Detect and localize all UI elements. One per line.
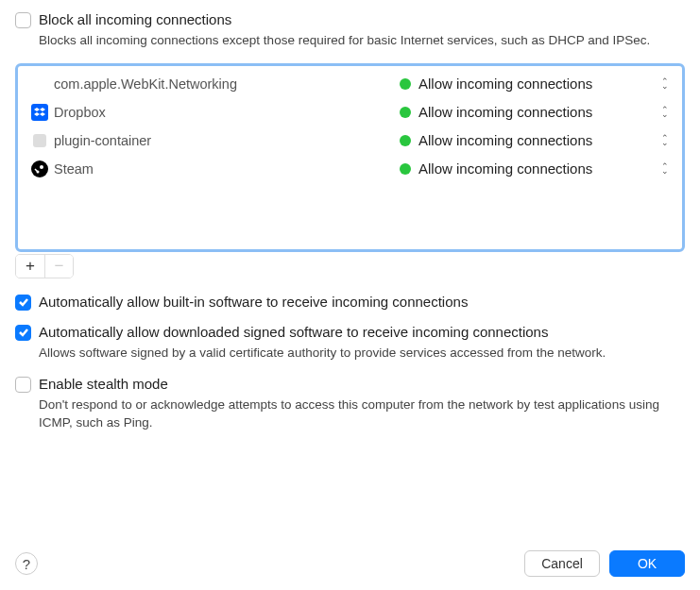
- status-cell[interactable]: Allow incoming connections ⌃⌄: [400, 104, 669, 120]
- add-button[interactable]: +: [16, 255, 44, 278]
- block-all-label: Block all incoming connections: [39, 11, 231, 27]
- app-row[interactable]: Dropbox Allow incoming connections ⌃⌄: [18, 98, 682, 126]
- status-cell[interactable]: Allow incoming connections ⌃⌄: [400, 76, 669, 92]
- block-all-checkbox[interactable]: [15, 12, 31, 28]
- app-row[interactable]: Steam Allow incoming connections ⌃⌄: [18, 155, 682, 183]
- app-name: com.apple.WebKit.Networking: [54, 76, 400, 92]
- status-text: Allow incoming connections: [418, 104, 654, 120]
- updown-icon[interactable]: ⌃⌄: [661, 108, 669, 117]
- ok-button[interactable]: OK: [609, 550, 685, 577]
- auto-signed-label: Automatically allow downloaded signed so…: [39, 324, 548, 340]
- auto-signed-checkbox[interactable]: [15, 325, 31, 341]
- app-list-container: com.apple.WebKit.Networking Allow incomi…: [15, 63, 685, 252]
- footer: ? Cancel OK: [15, 550, 685, 577]
- remove-button[interactable]: −: [44, 255, 73, 278]
- status-cell[interactable]: Allow incoming connections ⌃⌄: [400, 132, 669, 148]
- status-cell[interactable]: Allow incoming connections ⌃⌄: [400, 160, 669, 177]
- app-name: Dropbox: [54, 105, 400, 120]
- list-controls: + −: [15, 254, 74, 278]
- steam-icon: [31, 160, 48, 177]
- app-row[interactable]: plugin-container Allow incoming connecti…: [18, 126, 682, 155]
- status-dot-icon: [400, 78, 411, 90]
- auto-builtin-checkbox[interactable]: [15, 295, 31, 311]
- block-all-group: Block all incoming connections Blocks al…: [15, 11, 685, 50]
- plugin-icon: [33, 134, 46, 147]
- app-name: plugin-container: [54, 133, 400, 148]
- app-list: com.apple.WebKit.Networking Allow incomi…: [18, 66, 682, 187]
- updown-icon[interactable]: ⌃⌄: [661, 79, 669, 89]
- status-dot-icon: [400, 107, 411, 118]
- svg-point-0: [40, 165, 43, 169]
- updown-icon[interactable]: ⌃⌄: [661, 164, 669, 174]
- auto-builtin-group: Automatically allow built-in software to…: [15, 294, 685, 311]
- app-icon: [31, 76, 48, 93]
- stealth-desc: Don't respond to or acknowledge attempts…: [39, 396, 685, 432]
- auto-signed-desc: Allows software signed by a valid certif…: [39, 345, 685, 362]
- status-text: Allow incoming connections: [418, 76, 654, 92]
- stealth-label: Enable stealth mode: [39, 376, 168, 392]
- cancel-button[interactable]: Cancel: [524, 550, 600, 577]
- updown-icon[interactable]: ⌃⌄: [661, 136, 669, 145]
- status-text: Allow incoming connections: [418, 160, 654, 177]
- status-text: Allow incoming connections: [418, 132, 654, 148]
- status-dot-icon: [400, 135, 411, 146]
- stealth-checkbox[interactable]: [15, 377, 31, 393]
- app-row[interactable]: com.apple.WebKit.Networking Allow incomi…: [18, 70, 682, 98]
- stealth-group: Enable stealth mode Don't respond to or …: [15, 376, 685, 432]
- help-button[interactable]: ?: [15, 552, 38, 575]
- app-name: Steam: [54, 161, 400, 177]
- block-all-desc: Blocks all incoming connections except t…: [39, 32, 685, 50]
- footer-buttons: Cancel OK: [524, 550, 685, 577]
- status-dot-icon: [400, 163, 411, 175]
- dropbox-icon: [31, 104, 48, 121]
- auto-builtin-label: Automatically allow built-in software to…: [39, 294, 468, 310]
- auto-signed-group: Automatically allow downloaded signed so…: [15, 324, 685, 362]
